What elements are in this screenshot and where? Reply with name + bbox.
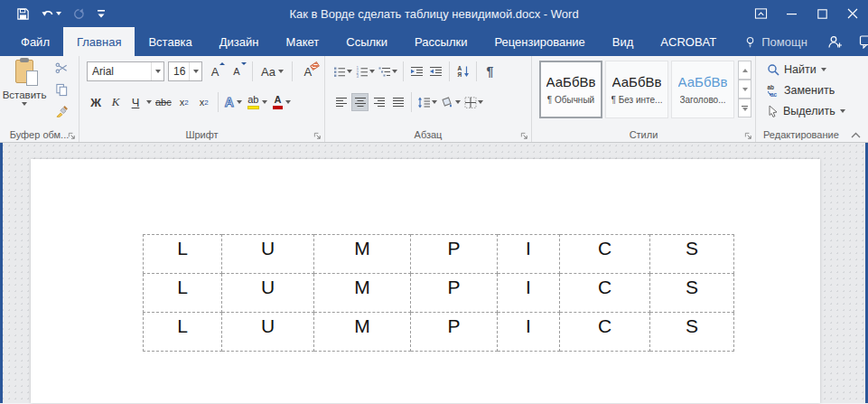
strikethrough-button[interactable]: abc	[154, 93, 173, 111]
font-dialog-launcher[interactable]	[313, 132, 322, 140]
customize-qat-button[interactable]	[93, 6, 109, 21]
paste-button[interactable]: Вставить	[5, 58, 43, 123]
minimize-button[interactable]	[776, 0, 807, 27]
close-button[interactable]	[837, 0, 868, 27]
font-name-combobox[interactable]: Arial	[87, 61, 164, 81]
font-name-dropdown-arrow[interactable]	[151, 62, 163, 80]
copy-button[interactable]	[52, 81, 70, 98]
tab-mailings[interactable]: Рассылки	[401, 27, 481, 56]
maximize-button[interactable]	[807, 0, 837, 27]
superscript-button[interactable]: x2	[195, 93, 213, 111]
italic-button[interactable]: К	[107, 93, 125, 111]
tab-insert[interactable]: Вставка	[135, 27, 205, 56]
style-card-2[interactable]: АаБбВвЗаголово...	[671, 61, 734, 118]
align-left-button[interactable]	[332, 93, 350, 111]
tab-file[interactable]: Файл	[7, 27, 63, 56]
table-cell[interactable]: I	[498, 235, 560, 274]
table-cell[interactable]: P	[411, 235, 498, 274]
style-card-1[interactable]: АаБбВв¶ Без инте...	[605, 61, 668, 118]
clipboard-dialog-launcher[interactable]	[68, 132, 76, 140]
grow-font-button[interactable]: A	[206, 62, 224, 80]
tab-design[interactable]: Дизайн	[206, 27, 273, 56]
show-hide-pilcrow-button[interactable]: ¶	[481, 62, 499, 80]
highlight-button[interactable]: ab	[246, 93, 269, 111]
bullets-button[interactable]	[332, 62, 353, 80]
document-page[interactable]: LUMPICSLUMPICSLUMPICS	[31, 159, 820, 403]
bold-button[interactable]: Ж	[87, 93, 105, 111]
styles-more-button[interactable]	[738, 99, 751, 117]
collapse-ribbon-button[interactable]	[851, 132, 861, 139]
table-cell[interactable]: M	[314, 235, 411, 274]
tab-view[interactable]: Вид	[599, 27, 648, 56]
subscript-button[interactable]: x2	[175, 93, 193, 111]
select-dropdown-arrow[interactable]	[840, 109, 845, 113]
table-cell[interactable]: C	[560, 274, 650, 313]
align-center-button[interactable]	[351, 93, 369, 111]
text-effects-button[interactable]: А	[223, 93, 244, 111]
styles-dialog-launcher[interactable]	[744, 132, 752, 140]
tab-acrobat[interactable]: ACROBAT	[647, 27, 730, 56]
underline-button[interactable]: Ч	[126, 93, 145, 111]
tab-references[interactable]: Ссылки	[332, 27, 401, 56]
table-cell[interactable]: I	[498, 313, 560, 352]
font-size-dropdown-arrow[interactable]	[189, 62, 201, 80]
decrease-indent-button[interactable]	[408, 62, 425, 80]
ribbon-display-options-button[interactable]	[745, 0, 776, 27]
tab-assistant[interactable]: Помощн	[730, 27, 821, 56]
undo-button[interactable]	[37, 5, 65, 23]
table-cell[interactable]: U	[222, 274, 314, 313]
shrink-font-button[interactable]: A	[228, 62, 246, 80]
invisible-borders-table[interactable]: LUMPICSLUMPICSLUMPICS	[143, 234, 734, 352]
undo-dropdown-arrow[interactable]	[56, 12, 61, 15]
font-color-button[interactable]: А	[271, 93, 293, 111]
tab-layout[interactable]: Макет	[272, 27, 332, 56]
table-cell[interactable]: M	[314, 313, 411, 352]
table-cell[interactable]: S	[650, 313, 734, 352]
select-button[interactable]: Выделить	[767, 102, 845, 119]
sort-button[interactable]: А Я	[454, 62, 471, 80]
shading-button[interactable]	[440, 93, 462, 111]
paste-dropdown-arrow[interactable]	[22, 102, 27, 106]
table-cell[interactable]: U	[222, 313, 314, 352]
justify-button[interactable]	[389, 93, 406, 111]
table-cell[interactable]: P	[411, 274, 498, 313]
tab-review[interactable]: Рецензирование	[481, 27, 598, 56]
sign-in-button[interactable]	[821, 29, 848, 54]
cut-button[interactable]	[52, 60, 70, 76]
highlight-dropdown-arrow[interactable]	[262, 100, 267, 104]
table-cell[interactable]: S	[650, 274, 734, 313]
comments-button[interactable]	[854, 29, 868, 54]
table-cell[interactable]: M	[314, 274, 411, 313]
line-spacing-button[interactable]	[416, 93, 438, 111]
font-size-combobox[interactable]: 16	[168, 61, 202, 81]
styles-scroll-up-button[interactable]	[738, 61, 751, 80]
find-dropdown-arrow[interactable]	[821, 68, 826, 71]
format-painter-button[interactable]	[52, 103, 70, 119]
borders-button[interactable]	[463, 93, 484, 111]
replace-button[interactable]: ab ac Заменить	[767, 81, 845, 99]
numbering-button[interactable]: 123	[355, 62, 376, 80]
table-cell[interactable]: C	[560, 235, 650, 274]
table-cell[interactable]: S	[650, 235, 734, 274]
redo-button-disabled[interactable]	[69, 5, 89, 23]
change-case-button[interactable]: Aa	[259, 62, 285, 80]
underline-dropdown-arrow[interactable]	[146, 100, 152, 104]
align-right-button[interactable]	[370, 93, 387, 111]
table-cell[interactable]: P	[411, 313, 498, 352]
save-button[interactable]	[13, 5, 33, 23]
table-cell[interactable]: C	[560, 313, 650, 352]
styles-scroll-down-button[interactable]	[738, 80, 751, 99]
multilevel-list-button[interactable]	[378, 62, 398, 80]
paragraph-dialog-launcher[interactable]	[520, 132, 528, 140]
font-color-dropdown-arrow[interactable]	[285, 100, 291, 104]
table-cell[interactable]: U	[222, 235, 314, 274]
find-button[interactable]: Найти	[767, 61, 845, 78]
table-cell[interactable]: L	[144, 274, 222, 313]
tab-home[interactable]: Главная	[63, 27, 135, 56]
table-cell[interactable]: L	[144, 235, 222, 274]
table-cell[interactable]: I	[498, 274, 560, 313]
table-cell[interactable]: L	[144, 313, 222, 352]
style-card-0[interactable]: АаБбВв¶ Обычный	[539, 61, 602, 118]
increase-indent-button[interactable]	[427, 62, 444, 80]
clear-formatting-button[interactable]: А	[299, 62, 317, 80]
